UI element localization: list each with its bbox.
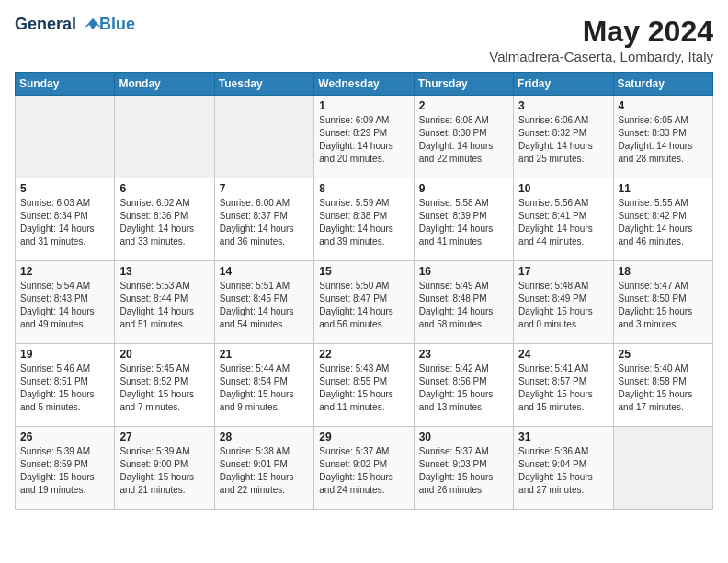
day-number: 21 <box>220 348 309 361</box>
table-row: 2Sunrise: 6:08 AMSunset: 8:30 PMDaylight… <box>414 96 513 178</box>
day-info: Sunrise: 5:59 AMSunset: 8:38 PMDaylight:… <box>319 197 408 248</box>
day-info: Sunrise: 5:55 AMSunset: 8:42 PMDaylight:… <box>619 197 708 248</box>
day-info: Sunrise: 5:37 AMSunset: 9:02 PMDaylight:… <box>319 445 408 497</box>
calendar-body: 1Sunrise: 6:09 AMSunset: 8:29 PMDaylight… <box>16 96 713 510</box>
day-number: 16 <box>419 265 508 278</box>
table-row <box>115 96 214 178</box>
day-number: 3 <box>518 99 608 112</box>
day-info: Sunrise: 5:56 AMSunset: 8:41 PMDaylight:… <box>518 197 608 248</box>
table-row: 5Sunrise: 6:03 AMSunset: 8:34 PMDaylight… <box>16 178 115 261</box>
day-number: 5 <box>20 182 109 195</box>
day-info: Sunrise: 5:49 AMSunset: 8:48 PMDaylight:… <box>419 280 508 331</box>
table-row: 21Sunrise: 5:44 AMSunset: 8:54 PMDayligh… <box>214 344 313 427</box>
day-number: 1 <box>319 99 408 112</box>
header-row: Sunday Monday Tuesday Wednesday Thursday… <box>16 73 713 96</box>
day-info: Sunrise: 5:40 AMSunset: 8:58 PMDaylight:… <box>619 362 708 414</box>
location: Valmadrera-Caserta, Lombardy, Italy <box>489 49 713 64</box>
table-row: 22Sunrise: 5:43 AMSunset: 8:55 PMDayligh… <box>314 344 414 427</box>
title-block: May 2024 Valmadrera-Caserta, Lombardy, I… <box>489 15 713 64</box>
table-row: 10Sunrise: 5:56 AMSunset: 8:41 PMDayligh… <box>514 178 613 261</box>
day-info: Sunrise: 5:45 AMSunset: 8:52 PMDaylight:… <box>119 362 209 414</box>
header-tuesday: Tuesday <box>214 73 313 96</box>
header-sunday: Sunday <box>16 73 115 96</box>
day-info: Sunrise: 6:03 AMSunset: 8:34 PMDaylight:… <box>20 197 109 248</box>
day-number: 7 <box>220 182 309 195</box>
table-row: 29Sunrise: 5:37 AMSunset: 9:02 PMDayligh… <box>314 427 414 510</box>
table-row: 4Sunrise: 6:05 AMSunset: 8:33 PMDaylight… <box>613 96 712 178</box>
table-row: 14Sunrise: 5:51 AMSunset: 8:45 PMDayligh… <box>214 261 313 344</box>
day-info: Sunrise: 6:08 AMSunset: 8:30 PMDaylight:… <box>419 114 508 166</box>
table-row: 15Sunrise: 5:50 AMSunset: 8:47 PMDayligh… <box>314 261 414 344</box>
day-number: 18 <box>619 265 708 278</box>
header-friday: Friday <box>514 73 613 96</box>
table-row: 20Sunrise: 5:45 AMSunset: 8:52 PMDayligh… <box>115 344 214 427</box>
day-number: 31 <box>518 431 608 443</box>
table-row: 3Sunrise: 6:06 AMSunset: 8:32 PMDaylight… <box>514 96 613 178</box>
table-row: 27Sunrise: 5:39 AMSunset: 9:00 PMDayligh… <box>115 427 214 510</box>
table-row: 18Sunrise: 5:47 AMSunset: 8:50 PMDayligh… <box>613 261 712 344</box>
day-info: Sunrise: 6:09 AMSunset: 8:29 PMDaylight:… <box>319 114 408 166</box>
day-info: Sunrise: 5:39 AMSunset: 8:59 PMDaylight:… <box>20 445 109 497</box>
day-number: 25 <box>619 348 708 361</box>
logo-line1: General <box>15 15 76 33</box>
table-row: 23Sunrise: 5:42 AMSunset: 8:56 PMDayligh… <box>414 344 513 427</box>
day-number: 11 <box>619 182 708 195</box>
day-number: 30 <box>419 431 508 443</box>
table-row: 28Sunrise: 5:38 AMSunset: 9:01 PMDayligh… <box>214 427 313 510</box>
calendar-week-5: 26Sunrise: 5:39 AMSunset: 8:59 PMDayligh… <box>16 427 713 510</box>
table-row: 8Sunrise: 5:59 AMSunset: 8:38 PMDaylight… <box>314 178 414 261</box>
table-row: 6Sunrise: 6:02 AMSunset: 8:36 PMDaylight… <box>115 178 214 261</box>
header-monday: Monday <box>115 73 214 96</box>
day-info: Sunrise: 6:05 AMSunset: 8:33 PMDaylight:… <box>619 114 708 166</box>
day-number: 28 <box>220 431 309 443</box>
day-number: 6 <box>119 182 209 195</box>
day-number: 22 <box>319 348 408 361</box>
day-number: 24 <box>518 348 608 361</box>
day-number: 17 <box>518 265 608 278</box>
day-info: Sunrise: 5:44 AMSunset: 8:54 PMDaylight:… <box>220 362 309 414</box>
calendar-week-2: 5Sunrise: 6:03 AMSunset: 8:34 PMDaylight… <box>16 178 713 261</box>
calendar-week-1: 1Sunrise: 6:09 AMSunset: 8:29 PMDaylight… <box>16 96 713 178</box>
table-row: 11Sunrise: 5:55 AMSunset: 8:42 PMDayligh… <box>613 178 712 261</box>
day-info: Sunrise: 5:38 AMSunset: 9:01 PMDaylight:… <box>220 445 309 497</box>
day-info: Sunrise: 5:42 AMSunset: 8:56 PMDaylight:… <box>419 362 508 414</box>
day-number: 20 <box>119 348 209 361</box>
header-wednesday: Wednesday <box>314 73 414 96</box>
table-row: 13Sunrise: 5:53 AMSunset: 8:44 PMDayligh… <box>115 261 214 344</box>
calendar-header: Sunday Monday Tuesday Wednesday Thursday… <box>16 73 713 96</box>
table-row: 9Sunrise: 5:58 AMSunset: 8:39 PMDaylight… <box>414 178 513 261</box>
day-number: 13 <box>119 265 209 278</box>
table-row: 30Sunrise: 5:37 AMSunset: 9:03 PMDayligh… <box>414 427 513 510</box>
table-row: 24Sunrise: 5:41 AMSunset: 8:57 PMDayligh… <box>514 344 613 427</box>
day-number: 9 <box>419 182 508 195</box>
logo: General Blue <box>15 15 135 35</box>
day-info: Sunrise: 6:00 AMSunset: 8:37 PMDaylight:… <box>220 197 309 248</box>
day-number: 10 <box>518 182 608 195</box>
day-number: 23 <box>419 348 508 361</box>
day-number: 19 <box>20 348 109 361</box>
table-row: 12Sunrise: 5:54 AMSunset: 8:43 PMDayligh… <box>16 261 115 344</box>
day-number: 26 <box>20 431 109 443</box>
day-number: 8 <box>319 182 408 195</box>
table-row: 7Sunrise: 6:00 AMSunset: 8:37 PMDaylight… <box>214 178 313 261</box>
table-row <box>16 96 115 178</box>
day-info: Sunrise: 5:54 AMSunset: 8:43 PMDaylight:… <box>20 280 109 331</box>
header-thursday: Thursday <box>414 73 513 96</box>
day-number: 2 <box>419 99 508 112</box>
day-info: Sunrise: 5:50 AMSunset: 8:47 PMDaylight:… <box>319 280 408 331</box>
day-info: Sunrise: 5:48 AMSunset: 8:49 PMDaylight:… <box>518 280 608 331</box>
table-row: 31Sunrise: 5:36 AMSunset: 9:04 PMDayligh… <box>514 427 613 510</box>
header-saturday: Saturday <box>613 73 712 96</box>
day-number: 14 <box>220 265 309 278</box>
day-info: Sunrise: 6:02 AMSunset: 8:36 PMDaylight:… <box>119 197 209 248</box>
calendar-week-3: 12Sunrise: 5:54 AMSunset: 8:43 PMDayligh… <box>16 261 713 344</box>
logo-line2: Blue <box>99 15 135 33</box>
day-number: 27 <box>119 431 209 443</box>
day-info: Sunrise: 5:53 AMSunset: 8:44 PMDaylight:… <box>119 280 209 331</box>
day-info: Sunrise: 5:47 AMSunset: 8:50 PMDaylight:… <box>619 280 708 331</box>
day-info: Sunrise: 5:36 AMSunset: 9:04 PMDaylight:… <box>518 445 608 497</box>
calendar-table: Sunday Monday Tuesday Wednesday Thursday… <box>15 72 713 510</box>
table-row <box>214 96 313 178</box>
table-row: 19Sunrise: 5:46 AMSunset: 8:51 PMDayligh… <box>16 344 115 427</box>
table-row: 25Sunrise: 5:40 AMSunset: 8:58 PMDayligh… <box>613 344 712 427</box>
